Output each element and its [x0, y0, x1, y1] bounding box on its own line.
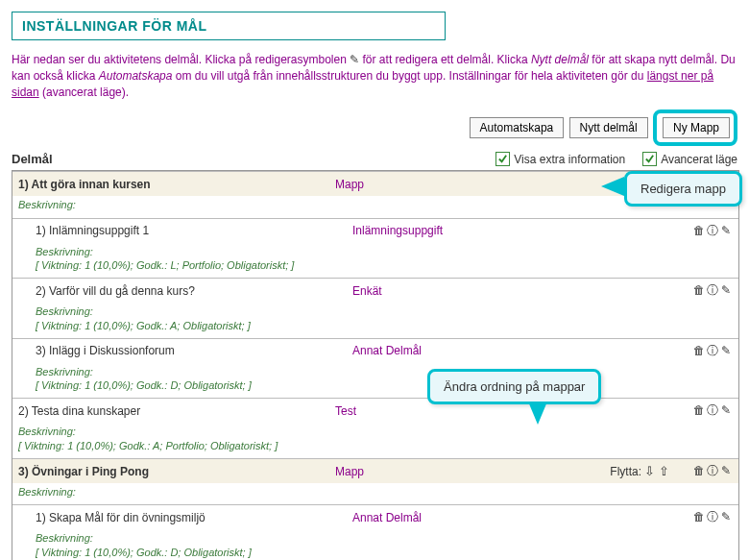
info-icon[interactable]: ⓘ: [706, 509, 719, 525]
callout-andra-ordning: Ändra ordning på mappar: [427, 369, 601, 404]
move-up-icon[interactable]: ⇧: [655, 464, 669, 478]
delete-icon[interactable]: 🗑: [692, 510, 706, 523]
goal-row: 2) Varför vill du gå denna kurs?Enkät🗑ⓘ✎…: [12, 278, 738, 338]
info-icon[interactable]: ⓘ: [706, 402, 719, 419]
callout-text: Ändra ordning på mappar: [444, 379, 585, 394]
ny-mapp-button[interactable]: Ny Mapp: [663, 117, 730, 138]
row-detail: [ Viktning: 1 (10,0%); Godk.: A; Obligat…: [36, 319, 733, 332]
intro-part: Här nedan ser du aktivitetens delmål. Kl…: [12, 53, 350, 66]
move-cell: Flytta: ⇩ ⇧: [470, 464, 675, 478]
row-description: Beskrivning:[ Viktning: 1 (10,0%); Godk.…: [12, 363, 738, 399]
intro-italic: Automatskapa: [99, 69, 173, 83]
intro-part: (avancerat läge).: [42, 85, 129, 99]
beskrivning-label: Beskrivning:: [18, 425, 733, 438]
nytt-delmal-button[interactable]: Nytt delmål: [569, 117, 648, 138]
row-title: 1) Skapa Mål för din övningsmiljö: [36, 511, 352, 524]
row-type: Mapp: [335, 178, 470, 191]
row-detail: [ Viktning: 1 (10,0%); Godk.: A; Portfol…: [18, 439, 733, 452]
section-heading: Delmål: [12, 152, 53, 166]
row-type: Mapp: [335, 465, 470, 478]
row-type: Enkät: [352, 284, 487, 298]
edit-icon: ✎: [350, 53, 359, 66]
delete-icon[interactable]: 🗑: [692, 403, 706, 417]
beskrivning-label: Beskrivning:: [36, 365, 733, 378]
edit-icon[interactable]: ✎: [719, 344, 733, 357]
callout-arrow-icon: [528, 402, 547, 425]
row-type: Annat Delmål: [352, 511, 487, 524]
goal-row: 1) Skapa Mål för din övningsmiljöAnnat D…: [12, 504, 738, 560]
button-row: Automatskapa Nytt delmål Ny Mapp: [12, 110, 737, 146]
row-type: Inlämningsuppgift: [352, 224, 487, 237]
row-title: 3) Övningar i Ping Pong: [18, 465, 335, 478]
goal-row: 1) Inlämningsuppgift 1Inlämningsuppgift🗑…: [12, 218, 738, 279]
info-icon[interactable]: ⓘ: [706, 282, 719, 299]
goals-table: 1) Att göra innan kursenMappFlytta: ⇩🗑ⓘ✎…: [12, 170, 739, 560]
beskrivning-label: Beskrivning:: [36, 304, 733, 318]
row-detail: [ Viktning: 1 (10,0%); Godk.: D; Obligat…: [36, 378, 733, 392]
page-title: INSTÄLLNINGAR FÖR MÅL: [12, 12, 446, 40]
row-actions: 🗑ⓘ✎: [675, 282, 733, 299]
callout-arrow-icon: [601, 177, 624, 196]
delete-icon[interactable]: 🗑: [692, 224, 706, 237]
edit-icon[interactable]: ✎: [719, 283, 733, 297]
row-description: Beskrivning:: [12, 483, 738, 504]
row-type: Annat Delmål: [352, 344, 487, 357]
flytta-label: Flytta:: [610, 465, 644, 478]
row-detail: [ Viktning: 1 (10,0%); Godk.: L; Portfol…: [36, 258, 733, 272]
delete-icon[interactable]: 🗑: [692, 283, 706, 297]
intro-part: för att redigera ett delmål. Klicka: [363, 53, 531, 66]
goal-row: 2) Testa dina kunskaperTest🗑ⓘ✎Beskrivnin…: [12, 398, 738, 458]
row-title: 2) Varför vill du gå denna kurs?: [36, 284, 352, 298]
intro-italic: Nytt delmål: [531, 53, 589, 66]
section-head: Delmål Visa extra information Avancerat …: [12, 152, 737, 166]
automatskapa-button[interactable]: Automatskapa: [470, 117, 565, 138]
row-actions: 🗑ⓘ✎: [675, 509, 733, 525]
row-type: Test: [335, 404, 470, 418]
intro-text: Här nedan ser du aktivitetens delmål. Kl…: [12, 52, 737, 100]
checkbox-label: Visa extra information: [514, 153, 625, 166]
row-description: Beskrivning:[ Viktning: 1 (10,0%); Godk.…: [12, 243, 738, 279]
info-icon[interactable]: ⓘ: [706, 343, 719, 359]
edit-icon[interactable]: ✎: [719, 224, 733, 237]
visa-extra-checkbox[interactable]: Visa extra information: [495, 152, 625, 166]
row-title: 3) Inlägg i Diskussionforum: [36, 344, 352, 357]
edit-icon[interactable]: ✎: [719, 464, 733, 477]
edit-icon[interactable]: ✎: [719, 403, 733, 417]
row-detail: [ Viktning: 1 (10,0%); Godk.: D; Obligat…: [36, 546, 733, 559]
row-actions: 🗑ⓘ✎: [675, 343, 733, 359]
row-title: 1) Inlämningsuppgift 1: [36, 224, 352, 237]
beskrivning-label: Beskrivning:: [36, 245, 733, 258]
row-description: Beskrivning:[ Viktning: 1 (10,0%); Godk.…: [12, 529, 738, 560]
checkbox-label: Avancerat läge: [661, 153, 737, 166]
row-description: Beskrivning:[ Viktning: 1 (10,0%); Godk.…: [12, 423, 738, 458]
row-actions: 🗑ⓘ✎: [675, 223, 733, 239]
ny-mapp-highlight: Ny Mapp: [653, 110, 737, 146]
intro-part: om du vill utgå från innehållsstrukturen…: [176, 69, 647, 83]
row-description: Beskrivning:[ Viktning: 1 (10,0%); Godk.…: [12, 303, 738, 338]
beskrivning-label: Beskrivning:: [18, 485, 733, 499]
goal-row: 3) Inlägg i DiskussionforumAnnat Delmål🗑…: [12, 338, 738, 399]
checkbox-icon: [642, 152, 657, 166]
row-title: 1) Att göra innan kursen: [18, 178, 335, 191]
beskrivning-label: Beskrivning:: [36, 531, 733, 545]
edit-icon[interactable]: ✎: [719, 510, 733, 523]
callout-redigera-mapp: Redigera mapp: [624, 171, 742, 207]
row-actions: 🗑ⓘ✎: [675, 402, 733, 419]
folder-row: 3) Övningar i Ping PongMappFlytta: ⇩ ⇧🗑ⓘ…: [12, 458, 738, 504]
delete-icon[interactable]: 🗑: [692, 464, 706, 477]
info-icon[interactable]: ⓘ: [706, 463, 719, 479]
callout-text: Redigera mapp: [640, 182, 726, 196]
checkbox-icon: [495, 152, 510, 166]
delete-icon[interactable]: 🗑: [692, 344, 706, 357]
move-down-icon[interactable]: ⇩: [644, 464, 655, 478]
row-actions: 🗑ⓘ✎: [675, 463, 733, 479]
avancerat-checkbox[interactable]: Avancerat läge: [642, 152, 737, 166]
info-icon[interactable]: ⓘ: [706, 223, 719, 239]
row-title: 2) Testa dina kunskaper: [18, 404, 335, 418]
